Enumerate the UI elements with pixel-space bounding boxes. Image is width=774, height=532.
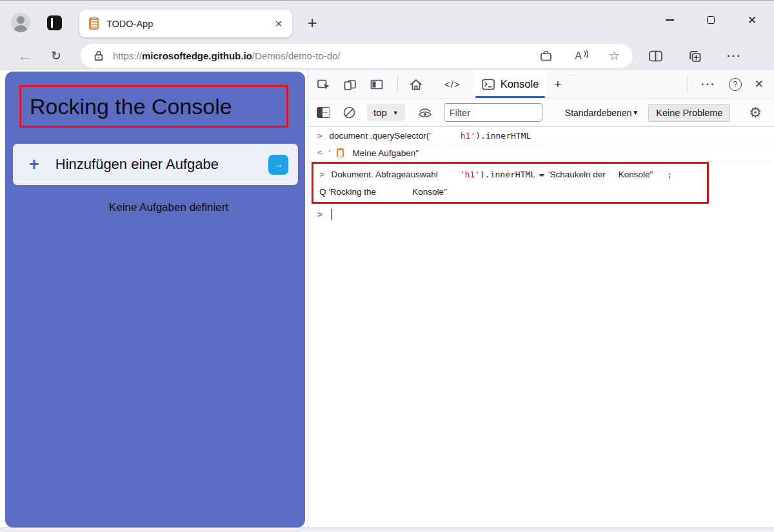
add-task-input[interactable]: + Hinzufügen einer Aufgabe → <box>13 144 298 185</box>
console-text: Konsole" <box>619 170 653 179</box>
gear-icon[interactable]: ⚙ <box>749 104 762 121</box>
console-token: = <box>539 170 544 179</box>
profile-avatar-icon[interactable] <box>11 13 30 32</box>
plus-icon: + <box>29 155 39 175</box>
divider <box>688 75 688 93</box>
tab-console[interactable]: Konsole <box>473 70 548 98</box>
url-host: microsoftedge.github.io <box>142 50 252 61</box>
console-result-row: <· ' Meine Aufgaben" <box>308 144 774 162</box>
console-text: Dokument. Abfrageauswahl <box>332 170 438 179</box>
dock-side-icon[interactable] <box>370 77 384 92</box>
console-text: document .querySelector(' <box>330 131 431 141</box>
app-container-icon[interactable] <box>539 50 553 63</box>
settings-menu-icon[interactable]: ··· <box>727 50 742 63</box>
context-selector[interactable]: top ▼ <box>367 104 405 121</box>
console-token: ' <box>329 148 331 158</box>
console-text: Q 'Rocking the <box>319 187 376 197</box>
read-aloud-letter: A <box>575 50 582 61</box>
terminal-icon <box>482 79 495 90</box>
window-bottom-edge <box>0 527 774 532</box>
console-prompt[interactable]: > <box>308 209 774 220</box>
filter-input[interactable] <box>444 103 542 122</box>
minimize-icon <box>666 19 674 21</box>
reload-icon[interactable]: ↻ <box>51 48 61 63</box>
url-text: https://microsoftedge.github.io/Demos/de… <box>113 50 341 61</box>
console-chevron-icon: > <box>319 170 324 179</box>
log-levels-label: Standardebenen <box>565 108 632 118</box>
console-text: Konsole" <box>412 187 447 197</box>
split-screen-icon[interactable] <box>648 49 663 63</box>
console-token: ).innerHTML <box>480 170 535 179</box>
collections-icon[interactable] <box>688 49 702 63</box>
annotation-box-console: > Dokument. Abfrageauswahl 'h1' ).innerH… <box>312 162 709 204</box>
maximize-button[interactable] <box>690 7 731 33</box>
back-icon[interactable]: ← <box>18 48 32 64</box>
browser-titlebar: TODO-App ✕ + ✕ <box>0 1 774 41</box>
chevron-down-icon: ▼ <box>632 109 639 116</box>
clipboard-emoji-icon <box>337 148 344 157</box>
help-icon[interactable]: ? <box>729 78 742 91</box>
no-issues-badge[interactable]: Keine Probleme <box>648 104 730 122</box>
devtools-tab-row: </> Konsole + ··· ··· ? ✕ <box>308 70 774 99</box>
prompt-chevron-icon: > <box>317 210 322 219</box>
todo-app-card: Rocking the Console + Hinzufügen einer A… <box>5 72 305 527</box>
url-path: /Demos/demo-to-do/ <box>252 50 341 61</box>
new-tab-button[interactable]: + <box>301 11 324 34</box>
read-aloud-icon[interactable]: A <box>575 50 587 62</box>
log-levels-dropdown[interactable]: Standardebenen ▼ <box>565 108 639 118</box>
page-title: Rocking the Console <box>30 94 232 119</box>
devtools-more-icon[interactable]: ··· <box>701 78 716 91</box>
tab-overflow-dots: ··· <box>564 71 575 79</box>
inspect-element-icon[interactable] <box>317 77 331 92</box>
console-messages: > document .querySelector(' h1' ).innerH… <box>308 127 774 220</box>
console-chevron-icon: > <box>317 131 322 141</box>
tab-title: TODO-App <box>106 19 153 29</box>
context-label: top <box>373 107 387 118</box>
browser-tab[interactable]: TODO-App ✕ <box>79 10 292 37</box>
empty-state-text: Keine Aufgaben definiert <box>5 201 305 214</box>
devtools-panel: </> Konsole + ··· ··· ? ✕ top ▼ Standard… <box>308 70 774 527</box>
console-input-echo-row: > document .querySelector(' h1' ).innerH… <box>308 127 774 144</box>
console-token: ; <box>667 170 672 179</box>
console-text: Schaukeln der <box>550 170 606 179</box>
devtools-close-icon[interactable]: ✕ <box>755 77 764 91</box>
live-expression-eye-icon[interactable] <box>417 106 433 119</box>
lock-icon <box>94 50 104 62</box>
console-text: Meine Aufgaben" <box>353 148 419 158</box>
todo-clipboard-favicon-icon <box>89 17 99 30</box>
device-emulation-icon[interactable] <box>343 77 357 92</box>
console-token: 'h1' <box>460 170 480 179</box>
webpage-viewport: Rocking the Console + Hinzufügen einer A… <box>0 70 308 527</box>
divider <box>397 75 398 93</box>
window-controls: ✕ <box>649 7 773 33</box>
favorites-star-icon[interactable]: ☆ <box>609 48 620 63</box>
address-bar[interactable]: https://microsoftedge.github.io/Demos/de… <box>81 44 633 68</box>
console-toolbar: top ▼ Standardebenen ▼ Keine Probleme ⚙ <box>308 99 774 127</box>
chevron-down-icon: ▼ <box>393 110 399 116</box>
tab-close-icon[interactable]: ✕ <box>275 19 283 29</box>
clear-console-icon[interactable] <box>342 106 356 119</box>
add-task-label: Hinzufügen einer Aufgabe <box>55 156 219 173</box>
devtools-new-tab-button[interactable]: + <box>554 77 561 92</box>
welcome-home-tab[interactable] <box>409 77 423 92</box>
console-tab-label: Konsole <box>501 78 539 90</box>
text-cursor <box>331 209 332 220</box>
console-input-echo-row: > Dokument. Abfrageauswahl 'h1' ).innerH… <box>313 166 707 183</box>
url-scheme: https:// <box>113 50 142 61</box>
sources-code-tab[interactable]: </> <box>444 79 461 90</box>
address-bar-row: ← ↻ https://microsoftedge.github.io/Demo… <box>0 41 774 70</box>
workspaces-icon[interactable] <box>47 15 62 30</box>
window-close-button[interactable]: ✕ <box>731 7 773 33</box>
console-token: h1' <box>461 131 475 141</box>
minimize-button[interactable] <box>649 7 690 33</box>
return-arrow-icon: <· <box>317 148 323 157</box>
console-token: ).innerHTML <box>475 131 531 141</box>
console-sidebar-icon[interactable] <box>317 107 330 118</box>
console-result-row: Q 'Rocking the Konsole" <box>313 183 707 201</box>
maximize-icon <box>707 16 715 24</box>
add-task-submit-button[interactable]: → <box>268 155 288 175</box>
annotation-box-title: Rocking the Console <box>19 85 288 128</box>
